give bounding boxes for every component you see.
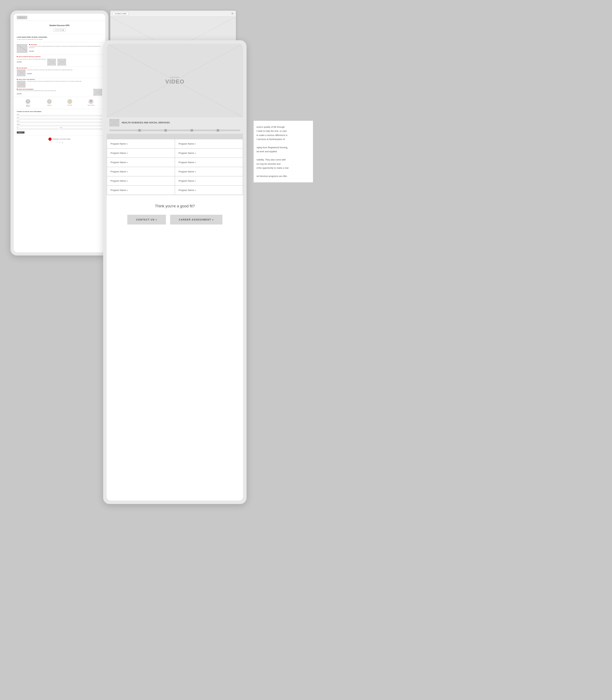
rp-line-2: t seek to help the sick, or care bbox=[256, 129, 309, 133]
video-info-title: HEALTH SCIENCES AND SOCIAL SERVICES bbox=[122, 121, 170, 124]
visit-icon: 📍 bbox=[88, 99, 93, 104]
science-learn-more[interactable]: Learn More bbox=[17, 93, 22, 94]
program-cell-2-2[interactable]: Program Name » bbox=[175, 148, 243, 158]
arts-dot bbox=[17, 68, 18, 68]
email-input[interactable] bbox=[17, 118, 102, 120]
cta-icons-row: 💬 Speak to a Navigator 📋 Apply Now 🧭 Car… bbox=[14, 97, 105, 109]
content-row: Program Name » Program Name » Program Na… bbox=[107, 134, 243, 195]
name-label: Name bbox=[17, 114, 102, 115]
state-label: State bbox=[60, 127, 102, 128]
health-dot bbox=[17, 56, 18, 57]
video-info-bar: HEALTH SCIENCES AND SOCIAL SERVICES bbox=[107, 117, 243, 128]
program-cell-5-1[interactable]: Program Name » bbox=[107, 176, 175, 186]
email-label: Email bbox=[17, 117, 102, 118]
scrubber-handle-3[interactable] bbox=[191, 129, 193, 132]
education-section: EDUCATION Lorem ipsum dolor sit amet, co… bbox=[14, 42, 105, 55]
scrubber-handle-2[interactable] bbox=[164, 129, 167, 132]
name-input[interactable] bbox=[17, 115, 102, 116]
video-thumbnail bbox=[110, 119, 119, 126]
phone-input[interactable] bbox=[17, 122, 102, 123]
city-field: City bbox=[17, 127, 59, 130]
email-field: Email bbox=[17, 117, 102, 120]
program-cell-2-1[interactable]: Program Name » bbox=[107, 148, 175, 158]
facebook-icon[interactable]: f bbox=[56, 142, 56, 143]
state-input[interactable] bbox=[60, 128, 102, 130]
left-device-inner: StudentGPS Student Success GPS View Our … bbox=[14, 14, 105, 252]
health-label-row: HEALTH SCIENCES AND SOCIAL SERVICES bbox=[14, 55, 105, 58]
career-assessment-button[interactable]: CAREER ASSESSMENT » bbox=[170, 215, 222, 225]
cta-title: Think you're a good fit? bbox=[114, 204, 236, 208]
cta-section: Think you're a good fit? CONTACT US » CA… bbox=[107, 195, 243, 231]
left-device: StudentGPS Student Success GPS View Our … bbox=[11, 11, 108, 256]
speak-icon: 💬 bbox=[26, 99, 30, 104]
video-area[interactable]: VERSE VIDEO bbox=[107, 44, 243, 117]
cta-career[interactable]: 🧭 Career GPS bbox=[67, 99, 72, 107]
program-cell-6-1[interactable]: Program Name » bbox=[107, 186, 175, 195]
browser-close-button[interactable]: ✕ bbox=[231, 12, 234, 15]
sci-dot-inline bbox=[17, 89, 18, 90]
program-cell-1-1[interactable]: Program Name » bbox=[107, 139, 175, 148]
video-label: VERSE VIDEO bbox=[165, 76, 184, 85]
ps-dot bbox=[17, 79, 18, 80]
linkedin-icon[interactable]: in bbox=[59, 142, 60, 143]
youtube-icon[interactable]: yt bbox=[62, 142, 63, 143]
address-field: Address bbox=[17, 124, 102, 126]
site-logo: StudentGPS bbox=[17, 16, 27, 19]
health-learn-more[interactable]: Learn More bbox=[17, 61, 22, 62]
ps-second-row: SCIENCE, MATH AND ENGINEERING Lorem ipsu… bbox=[17, 89, 102, 96]
address-input[interactable] bbox=[17, 125, 102, 126]
rp-line-4: l services at Northampton of bbox=[256, 137, 309, 141]
lorem-section: Lorem ipsum dolor sit amet, consectetur … bbox=[14, 34, 105, 42]
program-cell-3-2[interactable]: Program Name » bbox=[175, 158, 243, 167]
science-inline-text: Lorem ipsum commodo, nis sit amet luctus… bbox=[17, 90, 92, 91]
program-cell-4-1[interactable]: Program Name » bbox=[107, 167, 175, 176]
contact-us-button[interactable]: CONTACT US » bbox=[127, 215, 166, 225]
education-learn-more[interactable]: Learn More bbox=[29, 50, 34, 52]
contact-section: Contact us now for more information. Nam… bbox=[14, 109, 105, 135]
right-device: VERSE VIDEO HEALTH SCIENCES AND SOCIAL S… bbox=[103, 40, 247, 504]
cta-apply[interactable]: 📋 Apply Now bbox=[47, 99, 52, 107]
submit-button[interactable]: Submit » bbox=[17, 132, 25, 134]
rp-line-8: es may be stressful and bbox=[256, 162, 309, 166]
cta-speak[interactable]: 💬 Speak to a Navigator bbox=[25, 99, 31, 107]
lorem-subtitle: Tu autem vel eam iure reprehenderit qui … bbox=[17, 39, 102, 40]
footer-social: f t in yt bbox=[56, 142, 63, 143]
lorem-title: Lorem ipsum dolor sit amet, consectetur bbox=[17, 36, 102, 38]
footer-school-name: Northampton Community College bbox=[52, 138, 70, 140]
hero-title: Student Success GPS bbox=[17, 24, 102, 26]
city-label: City bbox=[17, 127, 59, 128]
twitter-icon[interactable]: t bbox=[58, 142, 58, 143]
top-bar bbox=[107, 134, 243, 139]
program-cell-6-2[interactable]: Program Name » bbox=[175, 186, 243, 195]
health-image-1 bbox=[47, 59, 56, 66]
site-header: StudentGPS bbox=[14, 14, 105, 21]
hero-button[interactable]: View Our Sites ▶ bbox=[54, 28, 65, 31]
scrubber-handle-1[interactable] bbox=[138, 129, 141, 132]
right-device-inner: VERSE VIDEO HEALTH SCIENCES AND SOCIAL S… bbox=[107, 44, 243, 500]
career-icon: 🧭 bbox=[67, 99, 72, 104]
city-input[interactable] bbox=[17, 128, 59, 130]
city-state-row: City State bbox=[17, 127, 102, 130]
verse-label: VERSE bbox=[165, 76, 184, 78]
scrubber-bar bbox=[107, 128, 243, 134]
education-dot bbox=[29, 44, 30, 45]
program-cell-5-2[interactable]: Program Name » bbox=[175, 176, 243, 186]
program-area: Program Name » Program Name » Program Na… bbox=[107, 134, 243, 195]
footer-logo-icon: N bbox=[48, 137, 52, 141]
program-grid: Program Name » Program Name » Program Na… bbox=[107, 139, 243, 195]
rp-line-7: nsibility. They also come with bbox=[256, 158, 309, 162]
education-body: Lorem ipsum dolor sit amet, consectetur … bbox=[29, 46, 102, 48]
health-image-2 bbox=[57, 59, 66, 66]
arts-learn-more[interactable]: Learn More bbox=[27, 73, 32, 74]
right-panel-text: eone's quality of life through t seek to… bbox=[253, 121, 313, 183]
scrubber-handle-4[interactable] bbox=[217, 129, 219, 132]
site-footer: N Northampton Community College f t in y… bbox=[14, 135, 105, 145]
science-inline-label: SCIENCE, MATH AND ENGINEERING bbox=[17, 89, 92, 90]
back-to-video-button[interactable]: Go back to video bbox=[113, 12, 128, 15]
cta-visit[interactable]: 📍 Visit Our Campus bbox=[88, 99, 94, 107]
arts-image bbox=[17, 69, 26, 76]
program-cell-3-1[interactable]: Program Name » bbox=[107, 158, 175, 167]
scrubber-track[interactable] bbox=[110, 130, 240, 131]
program-cell-4-2[interactable]: Program Name » bbox=[175, 167, 243, 176]
program-cell-1-2[interactable]: Program Name » bbox=[175, 139, 243, 148]
